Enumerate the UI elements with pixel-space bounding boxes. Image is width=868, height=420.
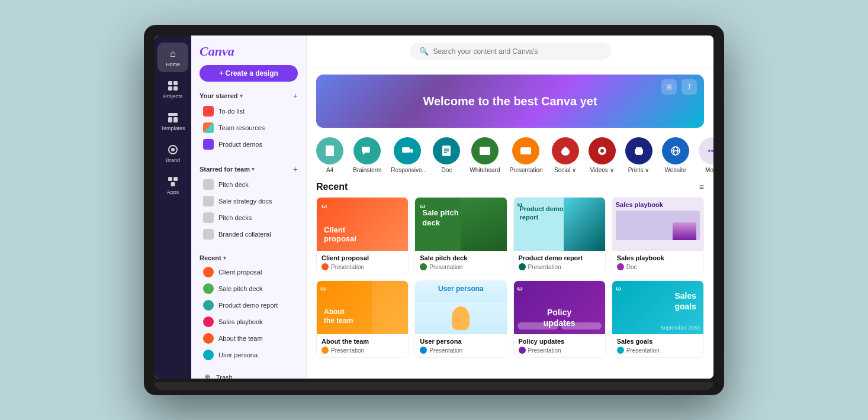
svg-rect-26 (636, 147, 642, 150)
nav-item-sale-strategy[interactable]: Sale strategy docs (195, 193, 303, 209)
sale-pitch-nav-icon (203, 283, 214, 294)
nav-item-branded-collateral[interactable]: Branded collateral (195, 226, 303, 243)
hero-share-icon[interactable]: ⤴ (681, 79, 697, 95)
svg-point-31 (708, 150, 711, 152)
card-main-text-product: Product demoreport (516, 201, 567, 225)
quick-tool-a4[interactable]: A4 (316, 137, 343, 173)
svg-rect-4 (168, 113, 178, 116)
card-photo-product (564, 198, 605, 251)
starred-for-team-add-button[interactable]: + (293, 164, 298, 174)
quick-tool-prints[interactable]: Prints ∨ (625, 137, 652, 173)
card-chart-playbook (616, 211, 700, 240)
branded-collateral-icon (203, 229, 214, 240)
nav-item-sales-playbook[interactable]: Sales playbook (195, 314, 303, 330)
search-bar[interactable]: 🔍 (410, 43, 611, 60)
svg-rect-9 (168, 177, 172, 181)
svg-rect-22 (520, 147, 531, 154)
card-sales-playbook[interactable]: Sales playbook Sales playbook Doc (612, 197, 704, 274)
social-icon (552, 137, 579, 164)
todo-icon: 🔴 (203, 106, 214, 117)
nav-item-pitch-decks[interactable]: Pitch decks (195, 209, 303, 226)
card-meta-about-team: Presentation (322, 347, 403, 354)
quick-tool-more[interactable]: More (699, 137, 714, 173)
card-main-text-sale: Sale pitchdeck (417, 203, 463, 233)
sidebar-item-projects[interactable]: Projects (157, 75, 188, 104)
nav-item-trash[interactable]: 🗑 Trash (195, 370, 303, 379)
search-input[interactable] (433, 47, 602, 56)
card-policy-updates[interactable]: ω Policyupdates Policy updates Presentat… (513, 280, 606, 358)
your-starred-section-header: Your starred ▾ + (191, 86, 306, 103)
card-user-persona[interactable]: User persona User persona Presentation (414, 280, 507, 358)
more-label: More (705, 167, 713, 173)
card-avatar-user-persona (420, 347, 427, 354)
nav-item-todo[interactable]: 🔴 To-do list (195, 103, 303, 119)
sale-strategy-icon (203, 196, 214, 206)
card-title-sales-goals: Sales goals (617, 338, 699, 345)
sidebar-label-brand: Brand (166, 158, 180, 163)
card-logo-about: ω (317, 281, 329, 295)
sidebar-label-projects: Projects (163, 94, 183, 99)
about-team-nav-icon (203, 333, 214, 344)
card-title-about-team: About the team (322, 338, 403, 345)
user-persona-nav-icon (203, 350, 214, 360)
quick-tool-brainstorm[interactable]: Brainstorm (353, 137, 381, 173)
your-starred-add-button[interactable]: + (293, 91, 298, 101)
left-panel: Canva + Create a design Your starred ▾ +… (191, 35, 307, 379)
main-content: 🔍 Welcome to the best Canva yet ⊞ ⤴ (307, 35, 713, 379)
brainstorm-icon (353, 137, 381, 164)
hero-icons: ⊞ ⤴ (661, 79, 697, 95)
prints-label: Prints ∨ (628, 167, 649, 173)
sidebar-item-apps[interactable]: Apps (157, 170, 188, 200)
create-design-button[interactable]: + Create a design (200, 65, 298, 82)
quick-tool-responsive[interactable]: Responsive... (391, 137, 423, 173)
quick-tool-website[interactable]: Website (662, 137, 689, 173)
card-meta-product-demo: Presentation (519, 263, 600, 270)
sidebar-item-brand[interactable]: Brand (157, 138, 188, 168)
sidebar-label-templates: Templates (160, 126, 185, 131)
sidebar-label-home: Home (166, 62, 180, 67)
card-avatar-client-proposal (322, 263, 329, 270)
nav-item-user-persona[interactable]: User persona (195, 347, 303, 363)
nav-item-about-the-team[interactable]: About the team (195, 330, 303, 347)
quick-tool-presentation[interactable]: Presentation (510, 137, 542, 173)
quick-tool-doc[interactable]: Doc (433, 137, 460, 173)
recent-arrow: ▾ (223, 255, 226, 261)
card-sales-goals[interactable]: ω Salesgoals September 2030 Sales goals … (612, 280, 704, 358)
nav-item-sale-pitch-deck[interactable]: Sale pitch deck (195, 280, 303, 297)
svg-rect-16 (410, 149, 413, 153)
card-main-text-persona: User persona (415, 281, 506, 296)
svg-rect-27 (636, 153, 642, 155)
recent-section-header-sidebar: Recent ▾ (191, 250, 306, 264)
whiteboard-label: Whiteboard (470, 167, 500, 173)
top-bar: 🔍 (307, 35, 713, 67)
card-title-sale-pitch: Sale pitch deck (420, 254, 501, 261)
website-label: Website (665, 167, 686, 173)
nav-item-product-demo-report[interactable]: Product demo report (195, 297, 303, 314)
card-info-client-proposal: Client proposal Presentation (317, 251, 408, 274)
hero-expand-icon[interactable]: ⊞ (661, 79, 677, 95)
card-meta-sales-goals: Presentation (617, 347, 699, 354)
card-about-the-team[interactable]: ω Aboutthe team About the team Presentat… (316, 280, 409, 358)
starred-for-team-section-header: Starred for team ▾ + (191, 160, 306, 176)
card-sale-pitch-deck[interactable]: ω Sale pitchdeck Sale pitch deck Present… (414, 197, 507, 274)
nav-item-client-proposal[interactable]: Client proposal (195, 264, 303, 280)
grid-view-icon[interactable]: ≡ (699, 182, 704, 192)
card-logo-policy: ω (514, 281, 526, 295)
starred-for-team-title: Starred for team ▾ (200, 166, 255, 173)
doc-icon (433, 137, 460, 164)
prints-icon (625, 137, 652, 164)
quick-tool-videos[interactable]: Videos ∨ (589, 137, 616, 173)
svg-rect-13 (362, 147, 370, 153)
sidebar-item-templates[interactable]: Templates (157, 106, 188, 136)
card-client-proposal[interactable]: ω Clientproposal Client proposal Present… (316, 197, 409, 274)
sidebar-item-home[interactable]: ⌂ Home (157, 43, 188, 72)
nav-item-product-demos[interactable]: Product demos (195, 136, 303, 153)
quick-tool-whiteboard[interactable]: Whiteboard (470, 137, 500, 173)
nav-item-pitch-deck[interactable]: Pitch deck (195, 176, 303, 193)
card-meta-sale-pitch: Presentation (420, 263, 501, 270)
card-product-demo-report[interactable]: ω Product demoreport Product demo report… (513, 197, 606, 274)
quick-tool-social[interactable]: Social ∨ (552, 137, 579, 173)
nav-item-team-resources[interactable]: Team resources (195, 119, 303, 136)
website-icon (662, 137, 689, 164)
recent-title: Recent (316, 182, 348, 192)
